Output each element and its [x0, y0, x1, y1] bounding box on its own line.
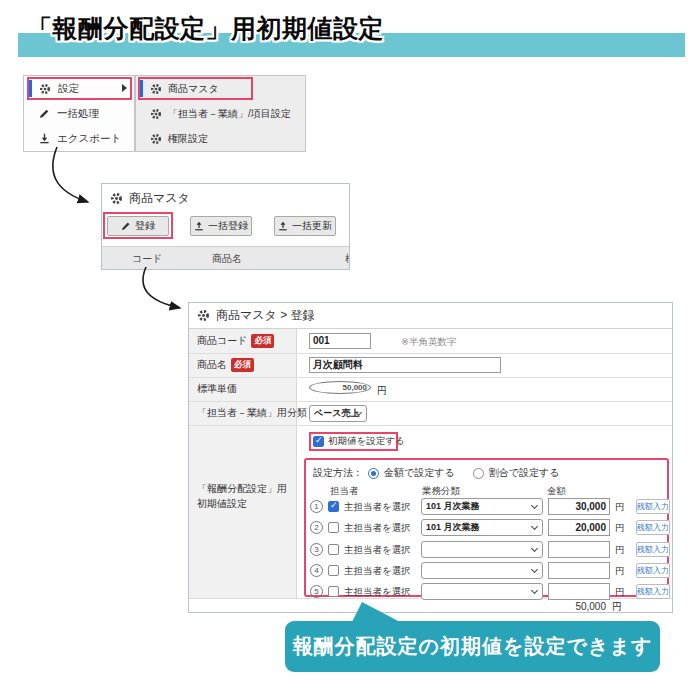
field-label-code: 商品コード必須 [197, 329, 274, 353]
register-button[interactable]: 登録 [107, 216, 169, 236]
settings-submenu: 商品マスタ 「担当者－業績」/項目設定 権限設定 [135, 75, 306, 152]
amount-input[interactable] [548, 583, 610, 600]
gear-icon [150, 83, 162, 95]
submenu-item-label: 「担当者－業績」/項目設定 [168, 107, 291, 121]
field-label-distribution: 「報酬分配設定」用 初期値設定 [197, 481, 287, 511]
gear-icon [110, 192, 123, 205]
product-name-input[interactable]: 月次顧問料 [309, 357, 501, 373]
submenu-item-label: 権限設定 [168, 132, 208, 146]
bulk-update-button[interactable]: 一括更新 [274, 216, 336, 236]
enable-defaults-checkbox[interactable]: 初期値を設定する [309, 432, 398, 451]
remaining-amount-button[interactable]: 残額入力 [636, 563, 670, 578]
product-register-form: 商品マスタ > 登録 商品コード必須 001 ※半角英数字 商品名必須 月次顧問… [188, 302, 673, 613]
chevron-down-icon [531, 587, 538, 594]
page-title: 「報酬分配設定」用初期値設定 [27, 12, 384, 45]
screenshot-canvas: 「報酬分配設定」用初期値設定 設定 一括処理 エクスポート 商品マスタ 「担当者… [0, 0, 700, 700]
person-label: 主担当者を選択 [344, 501, 411, 514]
column-header-category: 業務分類 [422, 485, 460, 498]
menu-item-label: 一括処理 [57, 107, 99, 121]
remaining-amount-button[interactable]: 残額入力 [636, 520, 670, 535]
main-person-checkbox[interactable] [328, 565, 339, 576]
work-category-select[interactable]: 101 月次業務 [421, 519, 543, 536]
product-code-input[interactable]: 001 [309, 333, 371, 349]
total-amount: 50,000円 [575, 600, 622, 614]
radio-label: 割合で設定する [489, 466, 560, 480]
row-number: 1 [310, 500, 323, 513]
remaining-amount-button[interactable]: 残額入力 [636, 584, 670, 599]
gear-icon [39, 83, 51, 95]
dist-row-3: 3 主担当者を選択 円 残額入力 [306, 541, 667, 559]
dist-row-2: 2 主担当者を選択 101 月次業務 20,000 円 残額入力 [306, 519, 667, 537]
flow-arrow-panel-to-form [143, 267, 180, 308]
amount-input[interactable] [548, 541, 610, 558]
gear-icon [197, 309, 210, 322]
chevron-down-icon [531, 545, 538, 552]
row-number: 4 [310, 564, 323, 577]
work-category-select[interactable] [421, 583, 543, 600]
person-label: 主担当者を選択 [344, 586, 411, 599]
method-label: 設定方法： [313, 466, 363, 480]
chevron-down-icon [531, 566, 538, 573]
radio-label: 金額で設定する [384, 466, 455, 480]
dist-row-5: 5 主担当者を選択 円 残額入力 [306, 583, 667, 601]
selection-bar [29, 80, 32, 97]
main-person-checkbox[interactable] [328, 522, 339, 533]
person-label: 主担当者を選択 [344, 565, 411, 578]
work-category-select[interactable]: 101 月次業務 [421, 498, 543, 515]
checkbox-icon[interactable] [313, 436, 324, 447]
dist-row-4: 4 主担当者を選択 円 残額入力 [306, 562, 667, 580]
upload-icon [194, 221, 204, 231]
remaining-amount-button[interactable]: 残額入力 [636, 499, 670, 514]
unit-label: 円 [615, 565, 625, 578]
category-select[interactable]: ベース売上 [309, 405, 367, 422]
person-label: 主担当者を選択 [344, 522, 411, 535]
menu-item-settings[interactable]: 設定 [24, 76, 134, 101]
work-category-select[interactable] [421, 562, 543, 579]
required-badge: 必須 [231, 358, 254, 372]
callout-bubble: 報酬分配設定の初期値を設定できます [285, 621, 660, 672]
work-category-select[interactable] [421, 541, 543, 558]
input-note: ※半角英数字 [401, 336, 456, 349]
form-title-bar: 商品マスタ > 登録 [189, 303, 672, 329]
submenu-item-permissions[interactable]: 権限設定 [136, 126, 305, 151]
product-master-panel: 商品マスタ 登録 一括登録 一括更新 コード 商品名 標準単価 [101, 183, 350, 270]
menu-item-export[interactable]: エクスポート [24, 126, 134, 151]
chevron-down-icon [531, 502, 538, 509]
remaining-amount-button[interactable]: 残額入力 [636, 542, 670, 557]
amount-input[interactable] [548, 562, 610, 579]
main-person-checkbox[interactable] [328, 544, 339, 555]
distribution-settings-box: 設定方法： 金額で設定する 割合で設定する 担当者 業務分類 金額 1 主担当者… [304, 458, 669, 597]
chevron-down-icon [531, 523, 538, 530]
submenu-item-label: 商品マスタ [168, 82, 219, 96]
pencil-icon [121, 221, 131, 231]
unit-label: 円 [377, 384, 387, 398]
table-header-row: コード 商品名 標準単価 [102, 246, 349, 270]
main-person-checkbox[interactable] [328, 586, 339, 597]
gear-icon [150, 108, 162, 120]
breadcrumb: 商品マスタ > 登録 [216, 307, 315, 324]
amount-input[interactable]: 30,000 [548, 498, 610, 515]
menu-item-label: 設定 [58, 82, 79, 96]
submenu-item-person-settings[interactable]: 「担当者－業績」/項目設定 [136, 101, 305, 126]
dist-row-1: 1 主担当者を選択 101 月次業務 30,000 円 残額入力 [306, 498, 667, 516]
unit-price-input[interactable]: 50,000 [309, 381, 371, 394]
unit-label: 円 [615, 522, 625, 535]
flow-arrow-menu-to-panel [53, 147, 88, 202]
submenu-item-product-master[interactable]: 商品マスタ [136, 76, 305, 101]
panel-title: 商品マスタ [129, 190, 190, 207]
radio-amount[interactable] [368, 468, 379, 479]
bulk-register-button[interactable]: 一括登録 [190, 216, 252, 236]
menu-item-label: エクスポート [57, 132, 121, 146]
main-person-checkbox[interactable] [328, 501, 339, 512]
unit-label: 円 [615, 586, 625, 599]
field-label-name: 商品名必須 [197, 353, 254, 377]
menu-item-batch[interactable]: 一括処理 [24, 101, 134, 126]
row-number: 2 [310, 521, 323, 534]
row-number: 5 [310, 585, 323, 598]
unit-label: 円 [615, 544, 625, 557]
radio-ratio[interactable] [473, 468, 484, 479]
column-header-amount: 金額 [547, 485, 566, 498]
selection-bar [140, 80, 143, 97]
download-icon [39, 133, 50, 144]
amount-input[interactable]: 20,000 [548, 519, 610, 536]
